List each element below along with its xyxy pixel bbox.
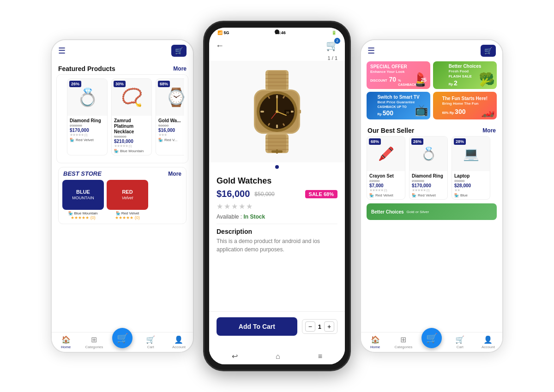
cart-icon: 🛒 bbox=[484, 47, 492, 54]
nav-cart[interactable]: 🛒 Cart bbox=[446, 335, 474, 349]
product-rating: ★★★★★ (0) bbox=[114, 144, 149, 148]
product-emoji: 📿 bbox=[121, 87, 143, 107]
product-main-image: 20 bbox=[209, 61, 345, 162]
nav-cart-fab[interactable]: 🛒 bbox=[108, 336, 136, 348]
product-card[interactable]: 68% 🖍️ Crayon Set 22000 $7,000 ★★★★★ (0)… bbox=[367, 136, 405, 200]
cart-fab-button[interactable]: 🛒 bbox=[422, 328, 442, 348]
nav-categories[interactable]: ⊞ Categories bbox=[389, 335, 417, 349]
in-stock-status: In Stock bbox=[244, 214, 265, 220]
svg-rect-12 bbox=[260, 111, 264, 113]
flash-sale-label: FLASH SALE bbox=[449, 74, 482, 79]
product-rating: ★★ bbox=[454, 188, 488, 192]
qty-decrease-button[interactable]: − bbox=[305, 321, 315, 332]
nav-account-label: Account bbox=[172, 345, 186, 349]
product-old-price: 230000 bbox=[70, 124, 105, 128]
product-price: $7,000 bbox=[369, 183, 403, 188]
android-home-btn[interactable]: ⌂ bbox=[276, 352, 280, 361]
price-row: $16,000 $50,000 SALE 68% bbox=[217, 189, 337, 199]
android-menu-btn[interactable]: ≡ bbox=[318, 352, 322, 361]
nav-account[interactable]: 👤 Account bbox=[474, 335, 502, 349]
product-old-price: 500000 bbox=[114, 135, 149, 139]
bottom-banner-sub: Gold or Silver bbox=[407, 210, 429, 214]
back-button[interactable]: ← bbox=[216, 41, 224, 51]
store-name: Red Velvet bbox=[375, 193, 393, 197]
product-card[interactable]: 28% 💻 Laptop 39000 $28,000 ★★ 🏪 Blue bbox=[452, 136, 490, 200]
nav-categories[interactable]: ⊞ Categories bbox=[80, 335, 108, 349]
best-seller-products-row: 68% 🖍️ Crayon Set 22000 $7,000 ★★★★★ (0)… bbox=[361, 136, 502, 203]
banner-title: SPECIAL OFFER bbox=[370, 64, 427, 70]
bottom-banner-text: Better Choices bbox=[371, 209, 404, 214]
store-info: 🏪 Red Velvet bbox=[412, 193, 445, 197]
banner-sub: Enhance Your Look bbox=[370, 70, 427, 74]
product-card[interactable]: 26% 💍 Diamond Ring 230000 $170,000 ★★★★★… bbox=[409, 136, 448, 200]
nav-cart[interactable]: 🛒 Cart bbox=[137, 335, 165, 349]
account-icon: 👤 bbox=[174, 335, 183, 344]
red-velvet-card[interactable]: REDVelvet bbox=[107, 180, 148, 210]
banner-discount: 70 bbox=[389, 75, 397, 83]
svg-rect-24 bbox=[297, 110, 301, 113]
fresh-food-banner[interactable]: Better Choices Fresh Food FLASH SALE Rp … bbox=[433, 61, 497, 89]
product-info: Diamond Ring 230000 $170,000 ★★★★★ (0) 🏪… bbox=[409, 171, 447, 199]
product-name: Laptop bbox=[454, 173, 488, 179]
svg-text:20: 20 bbox=[286, 111, 289, 114]
smart-tv-banner[interactable]: Switch to Smart TV Best Price Guarantee … bbox=[367, 92, 430, 119]
banner-text: The Fun Starts Here! Bring Home The Fun … bbox=[442, 95, 488, 116]
nav-cart-fab[interactable]: 🛒 bbox=[417, 336, 446, 348]
store-card-name: REDVelvet bbox=[122, 189, 133, 201]
banner-amount: 2 bbox=[454, 79, 458, 87]
product-info: Zamrud Platinum Necklace 500000 $210,000… bbox=[112, 116, 151, 155]
store-name: Red Velvet bbox=[418, 193, 436, 197]
svg-rect-32 bbox=[276, 149, 278, 154]
featured-more-link[interactable]: More bbox=[173, 65, 187, 72]
store-info: 🏪 Red Velvet bbox=[70, 138, 105, 142]
banner-title: Switch to Smart TV bbox=[377, 94, 419, 100]
product-card[interactable]: 30% 📿 Zamrud Platinum Necklace 500000 $2… bbox=[111, 78, 152, 155]
cart-fab-button[interactable]: 🛒 bbox=[112, 328, 132, 348]
nav-categories-label: Categories bbox=[394, 345, 412, 349]
special-offer-banner[interactable]: SPECIAL OFFER Enhance Your Look DISCOUNT… bbox=[367, 61, 430, 89]
nav-home[interactable]: 🏠 Home bbox=[52, 335, 80, 349]
cart-button[interactable]: 🛒 bbox=[481, 45, 496, 57]
qty-increase-button[interactable]: + bbox=[324, 321, 334, 332]
store-name: Blue bbox=[460, 193, 468, 197]
best-store-more-link[interactable]: More bbox=[168, 171, 181, 177]
menu-icon[interactable]: ☰ bbox=[367, 46, 375, 56]
product-emoji: 💍 bbox=[77, 87, 98, 107]
nav-account[interactable]: 👤 Account bbox=[165, 335, 193, 349]
cart-button[interactable]: 🛒 bbox=[171, 45, 187, 57]
add-to-cart-button[interactable]: Add To Cart bbox=[217, 317, 297, 336]
product-price: $210,000 bbox=[114, 139, 149, 144]
store-name: Blue Mountain bbox=[120, 149, 144, 153]
product-price: $28,000 bbox=[454, 183, 488, 188]
banner-amount: 500 bbox=[383, 109, 393, 117]
store-icon: 🏪 bbox=[158, 138, 163, 142]
store-card-item[interactable]: REDVelvet 🏪 Red Velvet ★★★★★ (0) bbox=[107, 180, 148, 220]
store-card-name: BLUEMOUNTAIN bbox=[72, 189, 94, 201]
product-card[interactable]: 26% 💍 Diamond Ring 230000 $170,000 ★★★★★… bbox=[67, 78, 108, 155]
fun-banner[interactable]: The Fun Starts Here! Bring Home The Fun … bbox=[433, 92, 497, 119]
left-app-header: ☰ 🛒 bbox=[52, 40, 193, 61]
best-seller-more-link[interactable]: More bbox=[482, 127, 496, 134]
product-rating: ★★★★★ (0) bbox=[70, 133, 105, 137]
android-back-btn[interactable]: ↩ bbox=[232, 352, 238, 361]
product-old-price: 39000 bbox=[454, 179, 488, 183]
bottom-banner[interactable]: Better Choices Gold or Silver bbox=[367, 203, 497, 220]
blue-mountain-card[interactable]: BLUEMOUNTAIN bbox=[62, 180, 104, 210]
product-info: Gold Wa... 50000 $16,000 ★★★ 🏪 Red V... bbox=[156, 116, 184, 144]
discount-badge: 68% bbox=[158, 81, 170, 87]
svg-point-23 bbox=[276, 110, 278, 113]
nav-home[interactable]: 🏠 Home bbox=[361, 335, 389, 349]
banner-grid: SPECIAL OFFER Enhance Your Look DISCOUNT… bbox=[361, 61, 502, 123]
product-image: 68% ⌚ bbox=[156, 79, 184, 116]
product-card[interactable]: 68% ⌚ Gold Wa... 50000 $16,000 ★★★ 🏪 Red… bbox=[156, 78, 184, 155]
banner-text: Switch to Smart TV Best Price Guarantee … bbox=[377, 94, 419, 118]
menu-icon[interactable]: ☰ bbox=[58, 46, 66, 56]
store-card-item[interactable]: BLUEMOUNTAIN 🏪 Blue Mountain ★★★★★ (0) bbox=[62, 180, 104, 220]
battery-icon: 🔋 bbox=[331, 30, 337, 35]
signal-indicator: 📶 5G bbox=[217, 30, 229, 35]
product-old-price: 230000 bbox=[412, 179, 445, 183]
android-nav: ↩ ⌂ ≡ bbox=[209, 348, 345, 364]
store-info: 🏪 Red V... bbox=[158, 138, 184, 142]
store-name: Red Velvet bbox=[76, 138, 94, 142]
product-name: Crayon Set bbox=[369, 173, 403, 179]
